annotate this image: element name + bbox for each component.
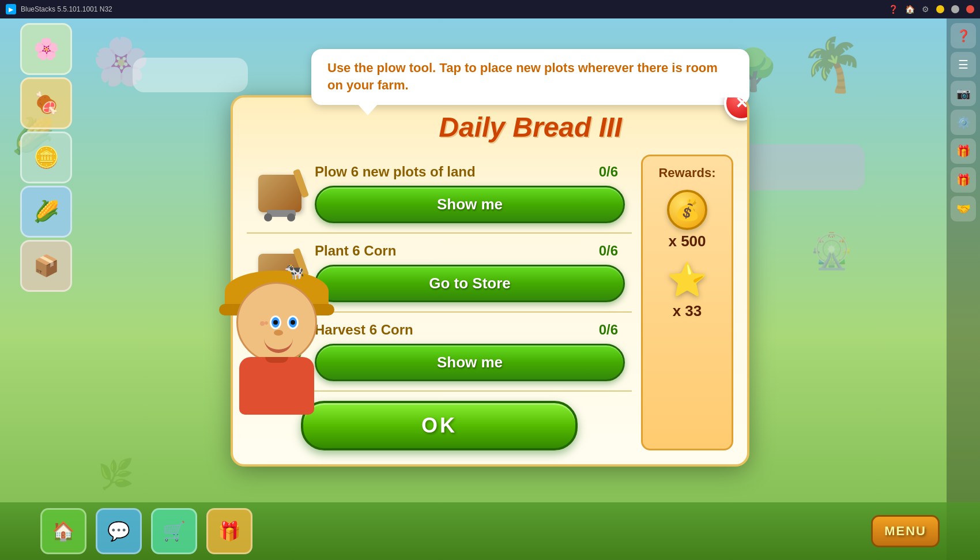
restore-button[interactable] [951,5,959,13]
dialog-title: Daily Bread III [327,111,733,143]
settings-icon[interactable]: ⚙ [922,5,929,14]
reward-coin-icon: 💰 [667,190,707,230]
task-plow-name: Plow 6 new plots of land [315,164,476,180]
titlebar: ▶ BlueStacks 5.5.101.1001 N32 ❓ 🏠 ⚙ [0,0,980,18]
tooltip-arrow [357,104,378,115]
dialog-container: Use the plow tool. Tap to place new plot… [231,95,749,467]
task-plant-corn-progress: 0/6 [599,243,618,259]
reward-item-star: ⭐ x 33 [667,260,707,320]
farmer-body-wrapper: 🐄 [219,282,334,432]
dialog-overlay: Use the plow tool. Tap to place new plot… [0,18,980,560]
close-button[interactable] [966,5,974,13]
task-plant-corn-top: Plant 6 Corn 0/6 [315,243,625,259]
task-plow-btn-row: Show me [315,186,625,223]
tooltip-text: Use the plow tool. Tap to place new plot… [327,61,718,93]
reward-coin-amount: x 500 [668,232,706,250]
go-to-store-button[interactable]: Go to Store [315,265,625,302]
task-harvest-corn-progress: 0/6 [599,322,618,338]
farmer-smile [264,339,293,353]
reward-item-coin: 💰 x 500 [667,190,707,250]
farmer-shirt [239,357,314,415]
dialog-header: Daily Bread III [247,111,733,143]
task-harvest-corn-btn-row: Show me [315,344,625,381]
show-me-button-plow[interactable]: Show me [315,186,625,223]
reward-star-icon: ⭐ [667,260,707,300]
farmer-eye-right [287,315,299,329]
task-row-plow: Plow 6 new plots of land 0/6 Show me [247,155,632,234]
task-plant-corn-name: Plant 6 Corn [315,243,396,259]
task-plant-corn-inner: Plant 6 Corn 0/6 Go to Store [315,243,625,302]
rewards-title: Rewards: [658,166,715,181]
task-icon-plow-wrapper [254,169,306,218]
tooltip-box: Use the plow tool. Tap to place new plot… [311,49,749,106]
task-harvest-corn-top: Harvest 6 Corn 0/6 [315,322,625,338]
farmer-eye-left [270,315,281,329]
farmer-head: 🐄 [236,282,317,363]
rewards-panel: Rewards: 💰 x 500 ⭐ x 33 [641,155,733,450]
titlebar-controls: ❓ 🏠 ⚙ [888,5,974,14]
show-me-button-harvest[interactable]: Show me [315,344,625,381]
task-plow-inner: Plow 6 new plots of land 0/6 Show me [315,164,625,223]
task-plant-corn-btn-row: Go to Store [315,265,625,302]
bluestacks-logo: ▶ [6,4,16,14]
titlebar-app-name: BlueStacks 5.5.101.1001 N32 [21,5,884,13]
reward-star-amount: x 33 [673,302,702,320]
help-icon[interactable]: ❓ [888,5,898,14]
home-icon[interactable]: 🏠 [905,5,915,14]
task-plow-top: Plow 6 new plots of land 0/6 [315,164,625,180]
task-plow-progress: 0/6 [599,164,618,180]
character: 🐄 [196,282,357,467]
minimize-button[interactable] [936,5,944,13]
task-harvest-corn-inner: Harvest 6 Corn 0/6 Show me [315,322,625,381]
